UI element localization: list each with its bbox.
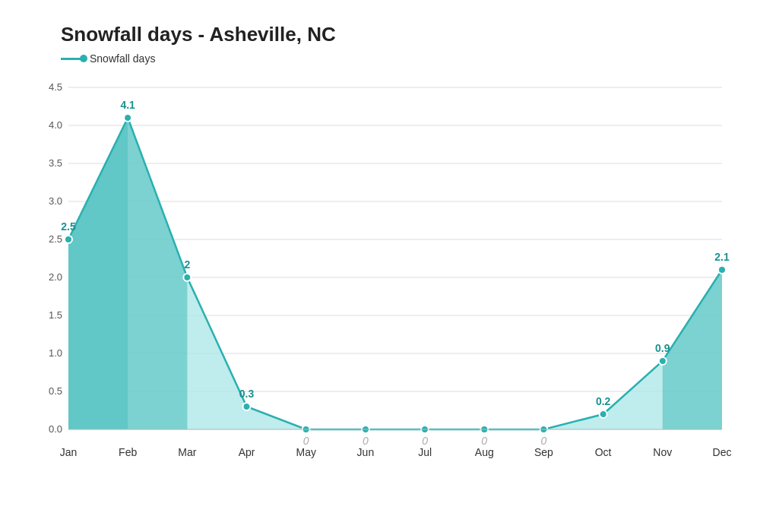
x-axis-label-mar: Mar: [178, 446, 196, 458]
area-fill-dark-jan-feb: [68, 118, 128, 429]
data-point: [600, 410, 607, 418]
y-axis-label: 4.0: [49, 119, 62, 131]
data-point: [243, 403, 251, 410]
x-axis-label-feb: Feb: [119, 446, 137, 458]
legend: Snowfall days: [61, 52, 737, 65]
data-point: [65, 236, 72, 243]
x-axis-label-jan: Jan: [60, 446, 78, 458]
data-point: [659, 357, 667, 365]
y-axis-label: 4.5: [49, 81, 62, 93]
x-axis-label-dec: Dec: [713, 446, 732, 458]
data-label: 0: [541, 435, 547, 447]
y-axis-label: 3.5: [49, 157, 62, 169]
x-axis-label-jul: Jul: [418, 446, 432, 458]
data-label: 0.2: [596, 395, 611, 407]
legend-dot: [80, 55, 87, 62]
y-axis-label: 0.5: [49, 385, 62, 397]
x-axis-label-nov: Nov: [653, 446, 672, 458]
y-axis-label: 1.5: [49, 309, 62, 321]
data-point: [718, 266, 726, 274]
y-axis-label: 0.0: [49, 423, 62, 435]
legend-label: Snowfall days: [90, 52, 155, 65]
x-axis-label-sep: Sep: [534, 446, 553, 458]
x-axis-label-may: May: [296, 446, 316, 458]
data-label: 0: [481, 435, 487, 447]
legend-color-bar: [61, 58, 84, 60]
data-label: 2.5: [61, 220, 76, 233]
data-point: [124, 114, 131, 122]
data-label: 0.9: [655, 342, 670, 354]
x-axis-label-aug: Aug: [475, 446, 494, 458]
data-label: 0: [363, 435, 369, 447]
data-label: 4.1: [120, 99, 135, 111]
y-axis-label: 3.0: [49, 195, 62, 207]
y-axis-label: 2.0: [49, 271, 62, 283]
y-axis-label: 1.0: [49, 347, 62, 359]
data-point: [183, 274, 191, 281]
data-label: 0.3: [239, 388, 255, 400]
chart-title: Snowfall days - Asheville, NC: [61, 23, 737, 46]
x-axis-label-jun: Jun: [357, 446, 375, 458]
x-axis-label-oct: Oct: [595, 446, 612, 458]
data-label: 0: [422, 435, 428, 447]
area-fill-dark-feb-mar: [128, 118, 187, 429]
data-label: 0: [303, 435, 309, 447]
y-axis-label: 2.5: [49, 233, 62, 245]
chart-container: Snowfall days - Asheville, NC Snowfall d…: [0, 0, 760, 532]
x-axis-label-apr: Apr: [239, 446, 255, 458]
chart-svg: 0.00.51.01.52.02.53.03.54.04.52.54.120.3…: [61, 72, 745, 490]
area-fill-dark-nov-dec: [663, 270, 722, 429]
data-label: 2: [184, 258, 190, 271]
data-label: 2.1: [714, 251, 730, 263]
